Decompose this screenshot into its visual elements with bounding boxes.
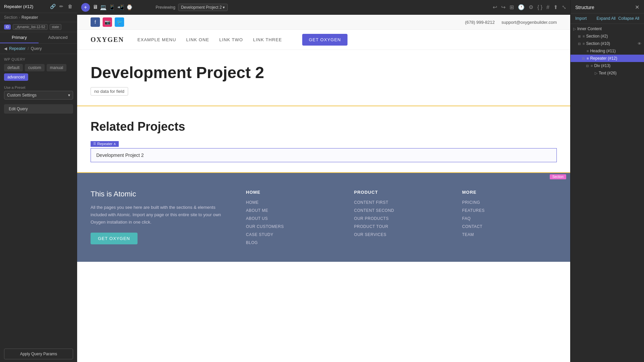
repeater12-expand-icon[interactable]: ⊟ — [581, 56, 585, 60]
site-topbar: f 📷 🐦 (678) 999-8212 support@oxygenbuild… — [77, 15, 570, 30]
footer-link-about-me[interactable]: ABOUT ME — [246, 208, 340, 213]
collapse-all-link[interactable]: Collapse All — [618, 16, 639, 21]
footer-link-faq[interactable]: FAQ — [462, 216, 557, 221]
footer-link-home[interactable]: HOME — [246, 200, 340, 205]
section10-visibility-icon[interactable]: 👁 — [638, 42, 641, 46]
back-arrow-icon[interactable]: ◀ — [4, 46, 7, 51]
section2-expand-icon[interactable]: ⊞ — [577, 34, 581, 38]
section10-expand-icon[interactable]: ⊟ — [577, 42, 581, 46]
nav-repeater-link[interactable]: Repeater — [9, 46, 25, 51]
footer-link-our-customers[interactable]: OUR CUSTOMERS — [246, 224, 340, 229]
repeater-item: Development Project 2 — [91, 148, 557, 162]
structure-title: Structure — [575, 5, 594, 10]
footer-section: Section This is Atomic All the pages you… — [77, 173, 570, 262]
footer-link-features[interactable]: FEATURES — [462, 208, 557, 213]
div13-expand-icon[interactable]: ⊟ — [585, 64, 589, 68]
footer-link-product-tour[interactable]: PRODUCT TOUR — [354, 224, 449, 229]
twitter-icon[interactable]: 🐦 — [115, 17, 124, 27]
project-select[interactable]: Development Project 2 ▾ — [178, 4, 228, 11]
settings-icon[interactable]: ⚙ — [529, 4, 533, 10]
tab-primary[interactable]: Primary — [0, 32, 39, 43]
footer-link-about-us[interactable]: ABOUT US — [246, 216, 340, 221]
link-icon[interactable]: 🔗 — [50, 3, 56, 9]
footer-link-pricing[interactable]: PRICING — [462, 200, 557, 205]
query-btn-custom[interactable]: custom — [25, 64, 45, 71]
panel-header: Repeater (#12) 🔗 ✏ 🗑 — [0, 0, 77, 13]
top-bar: + 🖥 💻 📱 📲 ⌚ Previewing Development Proje… — [77, 0, 570, 15]
footer-link-team[interactable]: TEAM — [462, 232, 557, 237]
wp-query-label: WP Query — [0, 54, 77, 63]
heading11-icon: ≡ — [587, 49, 589, 53]
panel-title: Repeater (#12) — [4, 4, 33, 9]
device-selector: 🖥 💻 📱 📲 ⌚ — [93, 4, 133, 10]
watch-icon[interactable]: ⌚ — [126, 4, 133, 10]
footer-col-home: HOME HOME ABOUT ME ABOUT US OUR CUSTOMER… — [246, 190, 340, 248]
preset-select[interactable]: Custom Settings ▾ — [4, 91, 73, 100]
main-canvas: + 🖥 💻 📱 📲 ⌚ Previewing Development Proje… — [77, 0, 570, 362]
text26-icon: ▷ — [595, 71, 597, 75]
structure-tree: ▷ Inner Content ⊞ ≡ Section (#2) ⊟ ≡ Sec… — [571, 24, 644, 362]
tree-text-26[interactable]: ▷ Text (#26) — [571, 69, 644, 77]
footer-brand: This is Atomic All the pages you see her… — [91, 190, 232, 248]
footer-link-contact[interactable]: CONTACT — [462, 224, 557, 229]
expand-icon[interactable]: ⤡ — [562, 4, 566, 10]
footer-link-content-first[interactable]: CONTENT FIRST — [354, 200, 449, 205]
tree-inner-content[interactable]: ▷ Inner Content — [571, 25, 644, 33]
phone-number: (678) 999-8212 — [465, 20, 495, 25]
export-icon[interactable]: ⬆ — [553, 4, 558, 10]
import-link[interactable]: Import — [575, 16, 587, 21]
footer-link-our-services[interactable]: OUR SERVICES — [354, 232, 449, 237]
nav-link-one[interactable]: LINK ONE — [186, 37, 209, 42]
dynamic-tag: _dynamic_list-12-52 — [13, 24, 48, 30]
right-panel: Structure ✕ Import Expand All Collapse A… — [570, 0, 644, 362]
apply-query-params-button[interactable]: Apply Query Params — [4, 349, 73, 359]
tree-section-2[interactable]: ⊞ ≡ Section (#2) — [571, 33, 644, 40]
edit-icon[interactable]: ✏ — [58, 3, 64, 9]
history-icon[interactable]: 🕐 — [518, 4, 525, 10]
instagram-icon[interactable]: 📷 — [103, 17, 112, 27]
redo-icon[interactable]: ↪ — [501, 4, 505, 10]
add-element-button[interactable]: + — [81, 3, 90, 12]
tablet-icon[interactable]: 📱 — [109, 4, 115, 10]
project-name: Development Project 2 — [181, 5, 222, 10]
tree-repeater-12[interactable]: ⊟ ≡ Repeater (#12) — [571, 55, 644, 62]
footer-col-home-links: HOME ABOUT ME ABOUT US OUR CUSTOMERS CAS… — [246, 200, 340, 245]
footer-link-blog[interactable]: BLOG — [246, 240, 340, 245]
hashtag-icon[interactable]: # — [546, 4, 549, 10]
tree-div-13[interactable]: ⊟ ≡ Div (#13) — [571, 62, 644, 69]
desktop-icon[interactable]: 🖥 — [93, 4, 98, 10]
tab-advanced[interactable]: Advanced — [39, 32, 77, 43]
edit-query-button[interactable]: Edit Query — [4, 104, 73, 114]
site-logo[interactable]: OXYGEN — [91, 36, 124, 44]
tree-heading-11[interactable]: ≡ Heading (#11) — [571, 47, 644, 55]
nav-cta-button[interactable]: GET OXYGEN — [302, 34, 348, 46]
undo-icon[interactable]: ↩ — [493, 4, 497, 10]
repeater12-icon: ≡ — [587, 56, 589, 60]
trash-icon[interactable]: 🗑 — [67, 3, 73, 9]
laptop-icon[interactable]: 💻 — [100, 4, 107, 10]
query-btn-default[interactable]: default — [4, 64, 23, 71]
nav-link-two[interactable]: LINK TWO — [219, 37, 243, 42]
footer-link-case-study[interactable]: CASE STUDY — [246, 232, 340, 237]
grid-icon[interactable]: ⊞ — [509, 4, 514, 10]
nav-link-three[interactable]: LINK THREE — [253, 37, 282, 42]
tree-section-10[interactable]: ⊟ ≡ Section (#10) 👁 — [571, 40, 644, 47]
footer-brand-desc: All the pages you see here are built wit… — [91, 204, 232, 226]
text26-label: Text (#26) — [599, 71, 616, 75]
nav-link-example-menu[interactable]: EXAMPLE MENU — [138, 37, 176, 42]
footer-link-content-second[interactable]: CONTENT SECOND — [354, 208, 449, 213]
footer-cta-button[interactable]: GET OXYGEN — [91, 233, 138, 244]
query-btn-manual[interactable]: manual — [47, 64, 66, 71]
heading11-expand-icon — [581, 49, 585, 53]
nav-links: EXAMPLE MENU LINK ONE LINK TWO LINK THRE… — [138, 34, 348, 46]
structure-close-icon[interactable]: ✕ — [635, 4, 639, 10]
facebook-icon[interactable]: f — [91, 17, 100, 27]
footer-link-our-products[interactable]: OUR PRODUCTS — [354, 216, 449, 221]
code-icon[interactable]: { } — [537, 4, 542, 10]
expand-all-link[interactable]: Expand All — [597, 16, 616, 21]
tab-row: Primary Advanced — [0, 32, 77, 44]
repeater-label-bar[interactable]: ⠿ Repeater ∧ — [91, 141, 119, 147]
panel-breadcrumb: Section › Repeater — [0, 13, 77, 22]
query-btn-advanced[interactable]: advanced — [4, 73, 28, 81]
mobile-icon[interactable]: 📲 — [117, 4, 124, 10]
